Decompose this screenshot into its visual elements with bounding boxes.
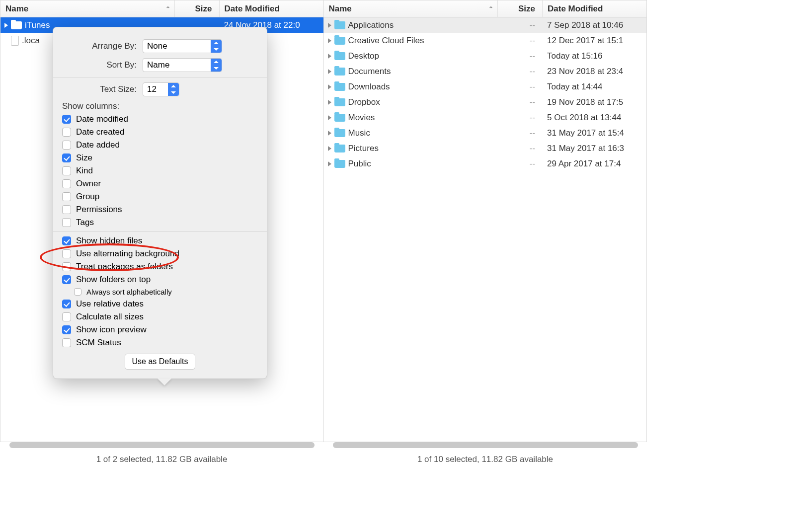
checkbox-label: Treat packages as folders (76, 262, 173, 272)
text-size-row: Text Size: 12 (62, 82, 258, 96)
select-stepper-icon (168, 83, 179, 96)
list-item[interactable]: Public--29 Apr 2017 at 17:4 (324, 156, 647, 171)
cell-date: 5 Oct 2018 at 13:44 (542, 113, 646, 123)
arrange-by-select[interactable]: None (143, 39, 222, 53)
sort-by-select[interactable]: Name (143, 58, 222, 72)
cell-size: -- (497, 67, 542, 76)
item-name-label: Music (348, 128, 370, 138)
list-item[interactable]: Desktop--Today at 15:16 (324, 48, 647, 64)
text-size-value: 12 (147, 84, 157, 94)
folder-icon (334, 160, 345, 168)
disclosure-triangle-icon[interactable] (328, 131, 331, 136)
scrollbar[interactable] (333, 442, 638, 448)
checkbox-row: SCM Status (62, 338, 258, 348)
checkbox-label: Date created (76, 127, 124, 137)
disclosure-triangle-icon[interactable] (328, 100, 331, 105)
sort-by-row: Sort By: Name (62, 58, 258, 72)
always-sort-alpha-row: Always sort alphabetically (74, 288, 258, 296)
checkbox[interactable] (62, 275, 71, 284)
cell-size: -- (497, 36, 542, 46)
checkbox[interactable] (62, 192, 71, 201)
checkbox-row: Date added (62, 140, 258, 150)
checkbox[interactable] (62, 325, 71, 334)
folder-icon (11, 21, 22, 29)
disclosure-triangle-icon[interactable] (4, 23, 8, 28)
cell-size: -- (497, 159, 542, 169)
column-header-date[interactable]: Date Modified (542, 0, 646, 17)
list-item[interactable]: Dropbox--19 Nov 2018 at 17:5 (324, 94, 647, 110)
file-icon (11, 36, 19, 46)
column-header-row: Name ⌃ Size Date Modified (0, 0, 323, 17)
cell-date: 7 Sep 2018 at 10:46 (542, 20, 646, 30)
list-item[interactable]: Applications--7 Sep 2018 at 10:46 (324, 17, 647, 33)
cell-date: Today at 14:44 (542, 82, 646, 92)
cell-size: -- (497, 20, 542, 30)
checkbox[interactable] (62, 179, 71, 188)
column-header-size[interactable]: Size (174, 0, 219, 17)
column-header-name[interactable]: Name ⌃ (0, 4, 174, 14)
checkbox[interactable] (62, 153, 71, 162)
scrollbar-thumb[interactable] (9, 442, 315, 448)
checkbox-row: Permissions (62, 205, 258, 215)
checkbox[interactable] (62, 236, 71, 245)
item-name-label: iTunes (25, 20, 50, 30)
disclosure-triangle-icon[interactable] (328, 38, 331, 43)
cell-name: Documents (324, 67, 498, 76)
sort-caret-icon: ⌃ (165, 5, 170, 12)
column-header-name[interactable]: Name ⌃ (324, 4, 498, 14)
checkbox[interactable] (62, 141, 71, 150)
folder-icon (334, 37, 345, 45)
disclosure-triangle-icon[interactable] (328, 23, 331, 28)
list-item[interactable]: Music--31 May 2017 at 15:4 (324, 125, 647, 141)
always-sort-alpha-checkbox[interactable] (74, 288, 81, 296)
checkbox[interactable] (62, 249, 71, 258)
disclosure-triangle-icon[interactable] (328, 146, 331, 151)
checkbox[interactable] (62, 218, 71, 227)
use-as-defaults-button[interactable]: Use as Defaults (125, 354, 196, 370)
disclosure-triangle-icon[interactable] (328, 84, 331, 89)
column-header-row: Name ⌃ Size Date Modified (324, 0, 647, 17)
folder-icon (334, 21, 345, 29)
list-item[interactable]: Creative Cloud Files--12 Dec 2017 at 15:… (324, 33, 647, 48)
list-item[interactable]: Downloads--Today at 14:44 (324, 79, 647, 94)
scrollbar-thumb[interactable] (333, 442, 638, 448)
checkbox-row: Calculate all sizes (62, 312, 258, 322)
item-name-label: Dropbox (348, 97, 380, 107)
text-size-select[interactable]: 12 (143, 82, 179, 96)
cell-name: Applications (324, 20, 498, 30)
cell-name: Downloads (324, 82, 498, 92)
cell-name: Music (324, 128, 498, 138)
cell-name: Dropbox (324, 97, 498, 107)
checkbox[interactable] (62, 166, 71, 175)
disclosure-triangle-icon[interactable] (328, 69, 331, 74)
status-bar-right: 1 of 10 selected, 11.82 GB available (417, 449, 553, 470)
disclosure-triangle-icon[interactable] (328, 54, 331, 59)
column-header-size[interactable]: Size (497, 0, 542, 17)
checkbox[interactable] (62, 128, 71, 137)
checkbox[interactable] (62, 312, 71, 321)
checkbox[interactable] (62, 262, 71, 271)
cell-date: 31 May 2017 at 15:4 (542, 128, 646, 138)
checkbox-label: Owner (76, 179, 101, 189)
checkbox[interactable] (62, 205, 71, 214)
checkbox-row: Use relative dates (62, 299, 258, 309)
cell-name: Creative Cloud Files (324, 36, 498, 46)
column-header-date[interactable]: Date Modified (219, 0, 323, 17)
folder-icon (334, 68, 345, 76)
checkbox-label: Use relative dates (76, 299, 144, 309)
scrollbar[interactable] (9, 442, 315, 448)
cell-size: -- (497, 128, 542, 138)
arrange-by-label: Arrange By: (62, 41, 137, 51)
cell-date: 19 Nov 2018 at 17:5 (542, 97, 646, 107)
list-item[interactable]: Pictures--31 May 2017 at 16:3 (324, 141, 647, 156)
list-item[interactable]: Documents--23 Nov 2018 at 23:4 (324, 64, 647, 79)
checkbox[interactable] (62, 115, 71, 124)
list-item[interactable]: Movies--5 Oct 2018 at 13:44 (324, 110, 647, 125)
checkbox[interactable] (62, 300, 71, 308)
disclosure-triangle-icon[interactable] (328, 161, 331, 166)
checkbox[interactable] (62, 338, 71, 347)
checkbox-label: Show icon preview (76, 325, 147, 335)
sort-by-value: Name (147, 60, 169, 70)
disclosure-triangle-icon[interactable] (328, 115, 331, 120)
item-name-label: Movies (348, 113, 375, 123)
